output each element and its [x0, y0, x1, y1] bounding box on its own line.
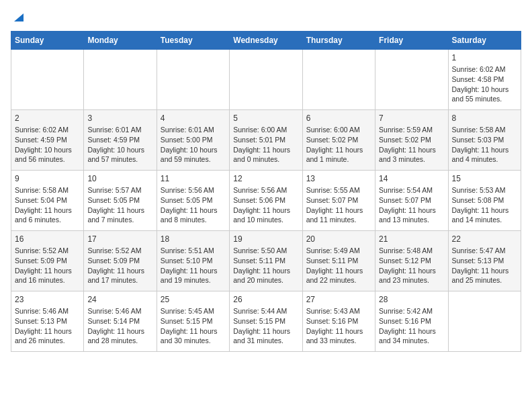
calendar-cell: 24Sunrise: 5:46 AM Sunset: 5:14 PM Dayli…	[84, 291, 157, 351]
calendar-cell: 28Sunrise: 5:42 AM Sunset: 5:16 PM Dayli…	[375, 291, 448, 351]
day-info: Sunrise: 5:59 AM Sunset: 5:02 PM Dayligh…	[379, 125, 444, 165]
calendar-cell: 3Sunrise: 6:01 AM Sunset: 4:59 PM Daylig…	[84, 109, 157, 170]
calendar-cell	[84, 49, 157, 109]
page-header	[11, 11, 521, 26]
day-number: 18	[161, 234, 226, 245]
calendar-cell: 21Sunrise: 5:48 AM Sunset: 5:12 PM Dayli…	[375, 230, 448, 291]
day-number: 7	[379, 113, 444, 124]
day-info: Sunrise: 5:45 AM Sunset: 5:15 PM Dayligh…	[161, 306, 226, 346]
calendar-cell: 1Sunrise: 6:02 AM Sunset: 4:58 PM Daylig…	[448, 49, 521, 109]
day-info: Sunrise: 5:43 AM Sunset: 5:16 PM Dayligh…	[306, 306, 371, 346]
calendar-cell	[11, 49, 84, 109]
day-info: Sunrise: 5:56 AM Sunset: 5:06 PM Dayligh…	[233, 185, 298, 225]
day-info: Sunrise: 5:52 AM Sunset: 5:09 PM Dayligh…	[15, 246, 80, 285]
day-number: 28	[379, 294, 444, 306]
calendar-cell: 13Sunrise: 5:55 AM Sunset: 5:07 PM Dayli…	[302, 170, 375, 230]
day-info: Sunrise: 5:58 AM Sunset: 5:03 PM Dayligh…	[452, 125, 517, 165]
day-info: Sunrise: 5:46 AM Sunset: 5:13 PM Dayligh…	[15, 306, 80, 346]
day-info: Sunrise: 6:00 AM Sunset: 5:02 PM Dayligh…	[306, 125, 371, 165]
calendar-cell	[230, 49, 302, 109]
day-info: Sunrise: 5:44 AM Sunset: 5:15 PM Dayligh…	[233, 306, 298, 346]
weekday-header-wednesday: Wednesday	[230, 31, 302, 49]
day-number: 11	[161, 173, 226, 185]
calendar-cell: 20Sunrise: 5:49 AM Sunset: 5:11 PM Dayli…	[302, 230, 375, 291]
day-number: 21	[379, 234, 444, 245]
calendar-cell	[157, 49, 229, 109]
calendar-cell: 16Sunrise: 5:52 AM Sunset: 5:09 PM Dayli…	[11, 230, 84, 291]
day-info: Sunrise: 5:53 AM Sunset: 5:08 PM Dayligh…	[452, 185, 517, 225]
day-info: Sunrise: 5:54 AM Sunset: 5:07 PM Dayligh…	[379, 185, 444, 225]
day-info: Sunrise: 5:56 AM Sunset: 5:05 PM Dayligh…	[161, 185, 226, 225]
day-number: 20	[306, 234, 371, 245]
day-number: 19	[233, 234, 298, 245]
weekday-header-row: SundayMondayTuesdayWednesdayThursdayFrid…	[11, 31, 521, 49]
day-number: 17	[87, 234, 152, 245]
calendar-cell: 7Sunrise: 5:59 AM Sunset: 5:02 PM Daylig…	[375, 109, 448, 170]
weekday-header-monday: Monday	[84, 31, 157, 49]
day-info: Sunrise: 5:58 AM Sunset: 5:04 PM Dayligh…	[15, 185, 80, 225]
weekday-header-thursday: Thursday	[302, 31, 375, 49]
day-number: 9	[15, 173, 80, 185]
logo	[11, 11, 24, 26]
day-number: 14	[379, 173, 444, 185]
day-number: 26	[233, 294, 298, 306]
calendar-cell: 17Sunrise: 5:52 AM Sunset: 5:09 PM Dayli…	[84, 230, 157, 291]
calendar-table: SundayMondayTuesdayWednesdayThursdayFrid…	[11, 31, 521, 352]
day-info: Sunrise: 6:02 AM Sunset: 4:58 PM Dayligh…	[452, 64, 517, 104]
calendar-cell: 25Sunrise: 5:45 AM Sunset: 5:15 PM Dayli…	[157, 291, 229, 351]
calendar-cell	[448, 291, 521, 351]
day-number: 10	[87, 173, 152, 185]
calendar-cell: 14Sunrise: 5:54 AM Sunset: 5:07 PM Dayli…	[375, 170, 448, 230]
day-number: 5	[233, 113, 298, 124]
calendar-cell: 5Sunrise: 6:00 AM Sunset: 5:01 PM Daylig…	[230, 109, 302, 170]
day-info: Sunrise: 5:49 AM Sunset: 5:11 PM Dayligh…	[306, 246, 371, 285]
calendar-cell: 22Sunrise: 5:47 AM Sunset: 5:13 PM Dayli…	[448, 230, 521, 291]
day-info: Sunrise: 5:50 AM Sunset: 5:11 PM Dayligh…	[233, 246, 298, 285]
calendar-cell: 8Sunrise: 5:58 AM Sunset: 5:03 PM Daylig…	[448, 109, 521, 170]
day-info: Sunrise: 6:02 AM Sunset: 4:59 PM Dayligh…	[15, 125, 80, 165]
calendar-cell: 6Sunrise: 6:00 AM Sunset: 5:02 PM Daylig…	[302, 109, 375, 170]
day-number: 27	[306, 294, 371, 306]
calendar-week-row: 16Sunrise: 5:52 AM Sunset: 5:09 PM Dayli…	[11, 230, 521, 291]
calendar-cell	[302, 49, 375, 109]
weekday-header-sunday: Sunday	[11, 31, 84, 49]
calendar-cell: 4Sunrise: 6:01 AM Sunset: 5:00 PM Daylig…	[157, 109, 229, 170]
calendar-cell: 9Sunrise: 5:58 AM Sunset: 5:04 PM Daylig…	[11, 170, 84, 230]
day-number: 3	[87, 113, 152, 124]
day-number: 13	[306, 173, 371, 185]
day-info: Sunrise: 6:00 AM Sunset: 5:01 PM Dayligh…	[233, 125, 298, 165]
day-number: 23	[15, 294, 80, 306]
day-info: Sunrise: 5:55 AM Sunset: 5:07 PM Dayligh…	[306, 185, 371, 225]
day-info: Sunrise: 5:51 AM Sunset: 5:10 PM Dayligh…	[161, 246, 226, 285]
weekday-header-saturday: Saturday	[448, 31, 521, 49]
day-number: 24	[87, 294, 152, 306]
day-number: 2	[15, 113, 80, 124]
day-info: Sunrise: 5:46 AM Sunset: 5:14 PM Dayligh…	[87, 306, 152, 346]
day-number: 15	[452, 173, 517, 185]
day-number: 6	[306, 113, 371, 124]
calendar-cell: 10Sunrise: 5:57 AM Sunset: 5:05 PM Dayli…	[84, 170, 157, 230]
calendar-cell	[375, 49, 448, 109]
weekday-header-tuesday: Tuesday	[157, 31, 229, 49]
day-number: 1	[452, 52, 517, 64]
calendar-cell: 26Sunrise: 5:44 AM Sunset: 5:15 PM Dayli…	[230, 291, 302, 351]
weekday-header-friday: Friday	[375, 31, 448, 49]
day-info: Sunrise: 5:47 AM Sunset: 5:13 PM Dayligh…	[452, 246, 517, 285]
day-number: 16	[15, 234, 80, 245]
calendar-cell: 23Sunrise: 5:46 AM Sunset: 5:13 PM Dayli…	[11, 291, 84, 351]
calendar-cell: 18Sunrise: 5:51 AM Sunset: 5:10 PM Dayli…	[157, 230, 229, 291]
day-info: Sunrise: 5:57 AM Sunset: 5:05 PM Dayligh…	[87, 185, 152, 225]
day-number: 12	[233, 173, 298, 185]
calendar-cell: 27Sunrise: 5:43 AM Sunset: 5:16 PM Dayli…	[302, 291, 375, 351]
day-info: Sunrise: 5:48 AM Sunset: 5:12 PM Dayligh…	[379, 246, 444, 285]
calendar-week-row: 1Sunrise: 6:02 AM Sunset: 4:58 PM Daylig…	[11, 49, 521, 109]
svg-marker-0	[14, 13, 24, 21]
day-info: Sunrise: 6:01 AM Sunset: 5:00 PM Dayligh…	[161, 125, 226, 165]
calendar-week-row: 2Sunrise: 6:02 AM Sunset: 4:59 PM Daylig…	[11, 109, 521, 170]
day-info: Sunrise: 5:42 AM Sunset: 5:16 PM Dayligh…	[379, 306, 444, 346]
day-number: 25	[161, 294, 226, 306]
day-info: Sunrise: 5:52 AM Sunset: 5:09 PM Dayligh…	[87, 246, 152, 285]
day-number: 4	[161, 113, 226, 124]
calendar-week-row: 23Sunrise: 5:46 AM Sunset: 5:13 PM Dayli…	[11, 291, 521, 351]
day-info: Sunrise: 6:01 AM Sunset: 4:59 PM Dayligh…	[87, 125, 152, 165]
